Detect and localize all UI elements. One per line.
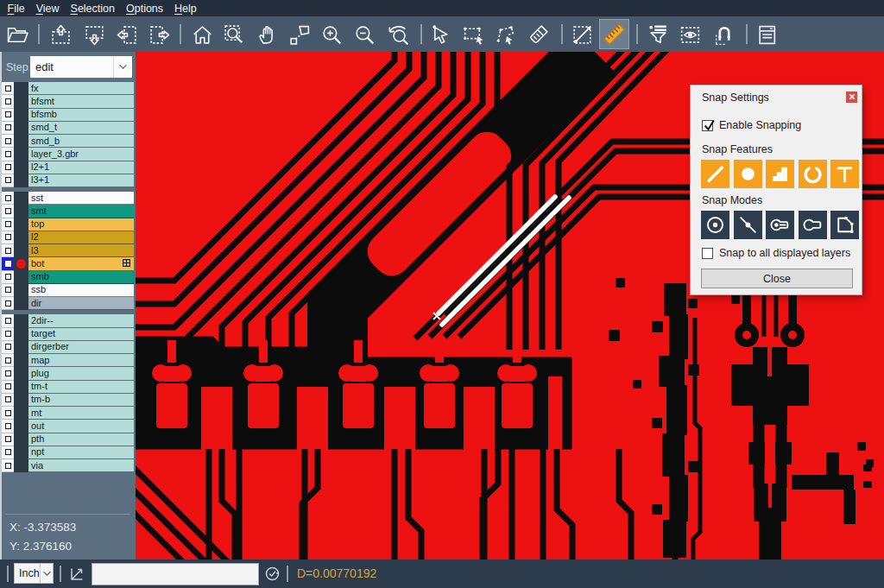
layer-row-bfsmt[interactable]: bfsmt xyxy=(2,95,134,108)
layer-name-strip[interactable]: l3 xyxy=(28,244,134,257)
snap-slot-center-button[interactable] xyxy=(766,211,794,239)
layer-name-strip[interactable]: bfsmt xyxy=(28,95,134,108)
move-up-button[interactable] xyxy=(48,22,73,47)
layer-visibility-checkbox[interactable] xyxy=(2,297,14,310)
layer-row-out[interactable]: out xyxy=(2,420,134,433)
layer-row-layer_3.gbr[interactable]: layer_3.gbr xyxy=(2,148,134,161)
layer-row-smb[interactable]: smb xyxy=(2,271,134,284)
layer-row-fx[interactable]: fx xyxy=(2,82,134,95)
layer-visibility-checkbox[interactable] xyxy=(2,257,14,270)
layer-visibility-checkbox[interactable] xyxy=(2,284,14,297)
layer-row-l2+1[interactable]: l2+1 xyxy=(2,161,134,174)
layer-row-via[interactable]: via xyxy=(2,459,134,472)
layer-name-strip[interactable]: smb xyxy=(28,271,134,284)
layer-visibility-checkbox[interactable] xyxy=(2,314,14,327)
layer-visibility-checkbox[interactable] xyxy=(2,109,14,122)
zoom-in-button[interactable] xyxy=(319,22,344,47)
layer-visibility-checkbox[interactable] xyxy=(2,394,14,407)
pan-hand-button[interactable] xyxy=(255,22,279,47)
layer-name-strip[interactable]: npt xyxy=(28,446,134,459)
layer-name-strip[interactable]: smt xyxy=(28,205,134,218)
unit-select[interactable]: Inch xyxy=(14,563,54,584)
move-right-button[interactable] xyxy=(147,22,171,47)
layer-row-ssb[interactable]: ssb xyxy=(2,284,134,297)
layer-row-tm-b[interactable]: tm-b xyxy=(2,394,134,407)
measure-input[interactable] xyxy=(92,563,259,585)
layer-name-strip[interactable]: plug xyxy=(28,367,134,380)
report-form-button[interactable] xyxy=(755,22,779,47)
snap-text-button[interactable] xyxy=(830,160,859,188)
close-button[interactable]: Close xyxy=(701,269,853,288)
layer-row-plug[interactable]: plug xyxy=(2,367,134,380)
layer-visibility-checkbox[interactable] xyxy=(2,161,14,174)
refresh-icon[interactable] xyxy=(264,566,281,582)
select-polygon-button[interactable] xyxy=(493,22,517,47)
clean-brush-button[interactable] xyxy=(526,22,550,47)
layer-visibility-checkbox[interactable] xyxy=(2,433,14,446)
layer-name-strip[interactable]: pth xyxy=(28,433,134,446)
layer-visibility-checkbox[interactable] xyxy=(2,420,14,433)
menu-file[interactable]: File xyxy=(2,0,30,16)
layer-visibility-checkbox[interactable] xyxy=(2,95,14,108)
open-file-button[interactable] xyxy=(5,22,29,47)
layer-name-strip[interactable]: sst xyxy=(28,192,134,205)
snap-all-layers-checkbox[interactable] xyxy=(702,248,713,259)
snap-point-button[interactable] xyxy=(734,211,762,239)
move-down-button[interactable] xyxy=(82,22,106,47)
layer-visibility-checkbox[interactable] xyxy=(2,192,14,205)
snap-arc-button[interactable] xyxy=(799,160,827,188)
layer-visibility-checkbox[interactable] xyxy=(2,135,14,148)
layer-row-map[interactable]: map xyxy=(2,354,134,367)
layer-row-bfsmb[interactable]: bfsmb xyxy=(2,109,134,122)
layer-visibility-checkbox[interactable] xyxy=(2,218,14,231)
layer-name-strip[interactable]: tm-t xyxy=(28,381,134,394)
layer-row-pth[interactable]: pth xyxy=(2,433,134,446)
layer-visibility-checkbox[interactable] xyxy=(2,148,14,161)
home-view-button[interactable] xyxy=(190,22,214,47)
select-rectangle-button[interactable] xyxy=(461,22,485,47)
layer-name-strip[interactable]: smd_t xyxy=(28,122,134,135)
layer-row-2dir--[interactable]: 2dir-- xyxy=(2,314,134,327)
snap-magnet-button[interactable] xyxy=(711,22,736,47)
layer-name-strip[interactable]: fx xyxy=(28,82,134,95)
snap-pad-button[interactable] xyxy=(766,160,794,188)
layer-visibility-checkbox[interactable] xyxy=(2,381,14,394)
layer-row-l3+1[interactable]: l3+1 xyxy=(2,174,134,187)
snap-surface-button[interactable] xyxy=(830,211,859,239)
layer-visibility-checkbox[interactable] xyxy=(2,459,14,472)
layer-row-top[interactable]: top xyxy=(2,218,134,231)
select-cursor-button[interactable] xyxy=(428,22,452,47)
layer-visibility-checkbox[interactable] xyxy=(2,367,14,380)
measure-ruler-button[interactable] xyxy=(599,19,629,49)
zoom-object-button[interactable] xyxy=(287,22,312,47)
dialog-close-button[interactable] xyxy=(846,92,857,103)
layer-name-strip[interactable]: dir xyxy=(28,297,134,310)
layer-visibility-checkbox[interactable] xyxy=(2,82,14,95)
layer-row-smd_t[interactable]: smd_t xyxy=(2,122,134,135)
layer-name-strip[interactable]: layer_3.gbr xyxy=(28,148,134,161)
layer-row-smd_b[interactable]: smd_b xyxy=(2,135,134,148)
show-selection-button[interactable] xyxy=(678,22,702,47)
layer-name-strip[interactable]: mt xyxy=(28,407,134,420)
layer-name-strip[interactable]: via xyxy=(28,459,134,472)
layer-row-l2[interactable]: l2 xyxy=(2,231,134,244)
layer-visibility-checkbox[interactable] xyxy=(2,231,14,244)
zoom-previous-button[interactable] xyxy=(386,22,410,47)
layer-row-bot[interactable]: bot xyxy=(2,257,134,270)
menu-view[interactable]: View xyxy=(30,0,65,16)
snap-line-button[interactable] xyxy=(701,160,729,188)
menu-selection[interactable]: Selection xyxy=(65,0,120,16)
layer-visibility-checkbox[interactable] xyxy=(2,205,14,218)
layer-visibility-checkbox[interactable] xyxy=(2,122,14,135)
layer-row-target[interactable]: target xyxy=(2,328,134,341)
layer-name-strip[interactable]: top xyxy=(28,218,134,231)
layer-name-strip[interactable]: tm-b xyxy=(28,394,134,407)
layer-row-sst[interactable]: sst xyxy=(2,192,134,205)
layer-visibility-checkbox[interactable] xyxy=(2,341,14,354)
zoom-out-button[interactable] xyxy=(352,22,376,47)
layer-name-strip[interactable]: map xyxy=(28,354,134,367)
move-left-button[interactable] xyxy=(115,22,139,47)
layer-visibility-checkbox[interactable] xyxy=(2,174,14,187)
layer-visibility-checkbox[interactable] xyxy=(2,407,14,420)
snap-slot-button[interactable] xyxy=(799,211,827,239)
